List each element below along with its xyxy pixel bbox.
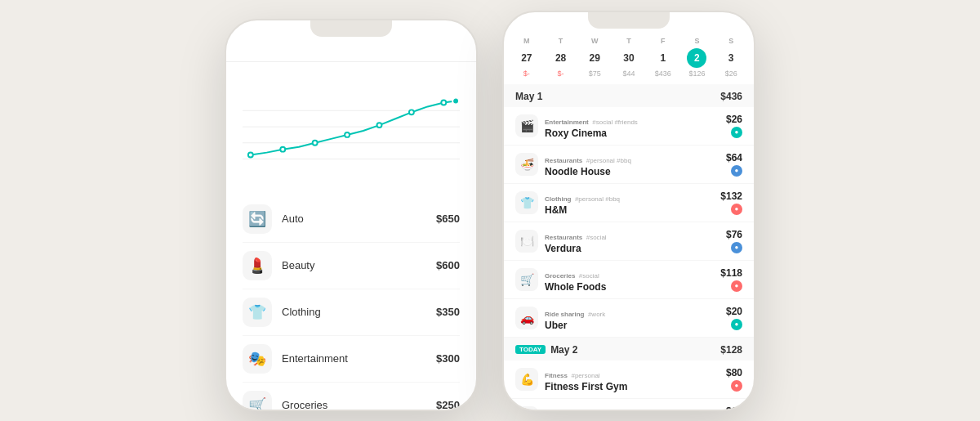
category-icon: 🎭 (243, 344, 272, 374)
tx-right: $118 ● (720, 267, 742, 292)
cal-amount: $75 (578, 69, 611, 78)
cal-day-name: S (715, 37, 747, 45)
svg-point-11 (452, 97, 459, 104)
tx-amount: $16 (726, 405, 742, 410)
tx-amount: $132 (720, 190, 742, 202)
tx-amount: $20 (726, 306, 742, 317)
transaction-item[interactable]: 🎬 Entertainment #family Netflix $16 ● (504, 399, 754, 410)
cal-day-name: W (578, 37, 611, 45)
transaction-item[interactable]: 🛒 Groceries #social Whole Foods $118 ● (504, 261, 754, 299)
calendar-day[interactable]: T 28 $- (545, 37, 577, 78)
category-icon: 🔄 (243, 204, 272, 234)
tx-tags: #social (586, 234, 607, 241)
tx-meta: Restaurants #personal #bbq (545, 151, 726, 166)
transaction-item[interactable]: 🍽️ Restaurants #social Verdura $76 ● (504, 222, 754, 261)
category-name: Clothing (282, 306, 436, 318)
notch-left (310, 20, 392, 37)
cal-day-num: 27 (517, 48, 537, 68)
calendar-day[interactable]: S 3 $26 (715, 37, 747, 78)
cal-day-num: 3 (721, 48, 741, 68)
tx-category: Clothing (545, 195, 571, 203)
transaction-icon: 🎬 (515, 406, 538, 410)
svg-point-7 (345, 132, 350, 137)
category-item[interactable]: 🎭 Entertainment $300 (243, 336, 460, 383)
svg-point-8 (377, 123, 382, 128)
tx-indicator: ● (731, 280, 742, 292)
category-item[interactable]: 🔄 Auto $650 (243, 196, 460, 243)
spending-chart (243, 90, 460, 172)
tx-meta: Restaurants #social (545, 228, 726, 243)
cal-day-num: 29 (585, 48, 604, 68)
tx-tags: #personal #bbq (575, 195, 620, 203)
category-item[interactable]: 👕 Clothing $350 (243, 289, 460, 336)
transaction-item[interactable]: 🍜 Restaurants #personal #bbq Noodle Hous… (504, 146, 754, 184)
cal-day-num: 30 (619, 48, 639, 68)
tx-meta: Entertainment #social #friends (545, 113, 726, 128)
tx-name: Noodle House (545, 166, 726, 177)
transaction-item[interactable]: 💪 Fitness #personal Fitness First Gym $8… (504, 361, 754, 399)
tx-name: Verdura (545, 243, 726, 254)
tx-category: Ride sharing (545, 311, 584, 318)
calendar-day[interactable]: F 1 $436 (647, 37, 679, 78)
svg-point-5 (280, 146, 285, 151)
cal-amount: $126 (681, 69, 714, 78)
transaction-item[interactable]: 🎬 Entertainment #social #friends Roxy Ci… (504, 107, 754, 146)
tx-category: Restaurants (545, 234, 582, 241)
transaction-info: Restaurants #social Verdura (545, 228, 726, 254)
date-text: May 1 (515, 91, 542, 102)
category-amount: $250 (436, 399, 460, 410)
tx-meta: Groceries #social (545, 266, 720, 281)
spending-summary (226, 62, 476, 83)
date-header: May 1 $436 (504, 84, 754, 107)
category-icon: 🛒 (243, 391, 272, 410)
calendar-day[interactable]: T 30 $44 (612, 37, 645, 78)
tx-amount: $26 (726, 114, 742, 125)
left-phone-content: 🔄 Auto $650 💄 Beauty $600 👕 Clothing $35… (226, 37, 476, 410)
transaction-info: Restaurants #personal #bbq Noodle House (545, 151, 726, 177)
category-amount: $600 (436, 259, 460, 271)
date-header: TODAY May 2 $128 (504, 338, 754, 361)
tx-tags: #social (579, 272, 599, 280)
transaction-icon: 💪 (515, 368, 538, 391)
cal-amount: $26 (715, 69, 747, 78)
tx-meta: Ride sharing #work (545, 305, 726, 320)
tx-category: Fitness (545, 372, 568, 379)
transaction-icon: 🍜 (515, 153, 538, 176)
category-item[interactable]: 💄 Beauty $600 (243, 243, 460, 289)
date-header-left: May 1 (515, 91, 542, 102)
tx-tags: #personal #bbq (586, 157, 631, 164)
tx-right: $16 ● (726, 405, 742, 410)
category-item[interactable]: 🛒 Groceries $250 (243, 383, 460, 410)
cal-day-name: T (545, 37, 577, 45)
tx-right: $80 ● (726, 367, 742, 392)
transaction-item[interactable]: 👕 Clothing #personal #bbq H&M $132 ● (504, 184, 754, 222)
cal-amount: $- (510, 69, 543, 78)
date-total: $128 (720, 344, 742, 356)
notch-right (588, 12, 670, 29)
tx-right: $20 ● (726, 306, 742, 330)
cal-day-name: S (681, 37, 714, 45)
transaction-icon: 🍽️ (515, 230, 538, 253)
tx-amount: $80 (726, 367, 742, 378)
tx-category: Entertainment (545, 119, 589, 126)
tx-tags: #social #friends (592, 119, 638, 126)
category-icon: 👕 (243, 298, 272, 327)
right-phone: M 27 $- T 28 $- W 29 $75 T 30 $44 F 1 $4… (502, 11, 755, 411)
svg-point-9 (409, 110, 414, 114)
transaction-icon: 👕 (515, 191, 538, 214)
calendar-day[interactable]: M 27 $- (510, 37, 543, 78)
tx-meta: Entertainment #family (545, 405, 726, 410)
category-list: 🔄 Auto $650 💄 Beauty $600 👕 Clothing $35… (226, 190, 476, 410)
transaction-icon: 🛒 (515, 268, 538, 291)
calendar-day[interactable]: S 2 $126 (681, 37, 714, 78)
transaction-info: Clothing #personal #bbq H&M (545, 190, 720, 216)
cal-amount: $44 (612, 69, 645, 78)
tx-amount: $76 (726, 229, 742, 240)
tx-right: $132 ● (720, 190, 742, 215)
transaction-info: Fitness #personal Fitness First Gym (545, 366, 726, 392)
transaction-info: Ride sharing #work Uber (545, 305, 726, 331)
calendar-day[interactable]: W 29 $75 (578, 37, 611, 78)
transaction-item[interactable]: 🚗 Ride sharing #work Uber $20 ● (504, 299, 754, 338)
category-name: Auto (282, 213, 436, 225)
svg-point-4 (248, 152, 253, 157)
